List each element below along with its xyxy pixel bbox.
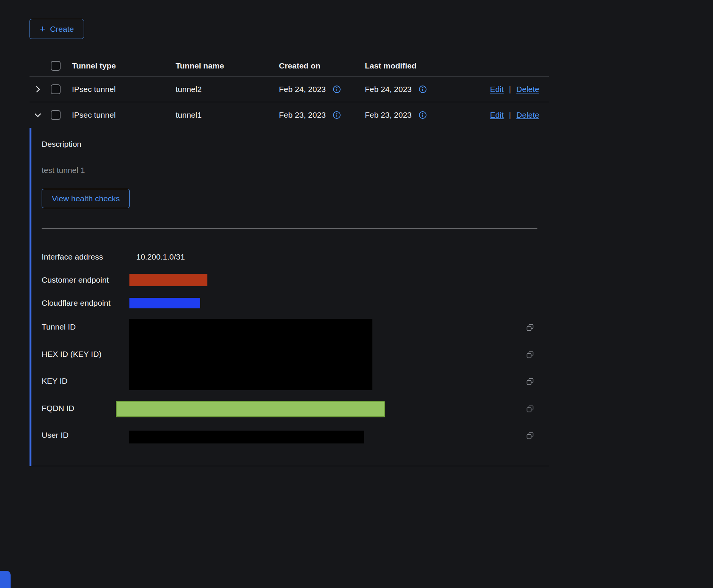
info-icon[interactable] bbox=[419, 111, 427, 119]
fqdn-id-redacted-value bbox=[116, 401, 385, 417]
column-header-created-on: Created on bbox=[279, 61, 321, 70]
customer-endpoint-redacted-value bbox=[129, 274, 207, 286]
section-divider bbox=[42, 229, 537, 229]
copy-icon bbox=[526, 405, 534, 413]
user-id-label: User ID bbox=[42, 430, 68, 440]
tunnel-name-value: tunnel1 bbox=[176, 110, 202, 120]
select-all-checkbox[interactable] bbox=[51, 61, 61, 71]
row-checkbox[interactable] bbox=[51, 84, 61, 94]
plus-icon: + bbox=[40, 24, 45, 34]
ids-redacted-values bbox=[129, 319, 372, 390]
tunnels-page: + Create Tunnel type Tunnel name Created… bbox=[0, 0, 713, 588]
tunnel-id-label: Tunnel ID bbox=[42, 322, 76, 332]
last-modified-value: Feb 23, 2023 bbox=[365, 110, 412, 120]
row-checkbox[interactable] bbox=[51, 110, 61, 120]
created-on-value: Feb 24, 2023 bbox=[279, 85, 326, 94]
chevron-right-icon bbox=[33, 85, 42, 94]
edit-link[interactable]: Edit bbox=[490, 110, 504, 120]
copy-button-tunnel-id[interactable] bbox=[526, 324, 534, 332]
info-icon[interactable] bbox=[333, 111, 341, 119]
cloudflare-endpoint-label: Cloudflare endpoint bbox=[42, 298, 111, 308]
copy-icon bbox=[526, 378, 534, 386]
interface-address-label: Interface address bbox=[42, 252, 103, 262]
chevron-down-icon bbox=[33, 110, 42, 120]
copy-button-hex-id[interactable] bbox=[526, 351, 534, 359]
column-header-tunnel-type: Tunnel type bbox=[72, 61, 116, 70]
delete-link[interactable]: Delete bbox=[516, 85, 539, 94]
created-on-value: Feb 23, 2023 bbox=[279, 110, 326, 120]
tunnel-name-value: tunnel2 bbox=[176, 85, 202, 94]
actions-separator: | bbox=[509, 85, 511, 94]
description-value: test tunnel 1 bbox=[42, 166, 85, 175]
expand-row-button[interactable] bbox=[32, 83, 44, 95]
copy-button-key-id[interactable] bbox=[526, 378, 534, 386]
copy-button-fqdn-id[interactable] bbox=[526, 405, 534, 413]
hex-id-label: HEX ID (KEY ID) bbox=[42, 349, 101, 359]
last-modified-value: Feb 24, 2023 bbox=[365, 85, 412, 94]
delete-link[interactable]: Delete bbox=[516, 110, 539, 120]
create-button[interactable]: + Create bbox=[30, 19, 84, 39]
copy-icon bbox=[526, 324, 534, 332]
table-row-tunnel1: IPsec tunnel tunnel1 Feb 23, 2023 Feb 23… bbox=[30, 102, 549, 128]
description-label: Description bbox=[42, 140, 81, 149]
tunnels-table: Tunnel type Tunnel name Created on Last … bbox=[30, 55, 549, 466]
bottom-left-accent bbox=[0, 571, 11, 588]
user-id-redacted-value bbox=[129, 431, 364, 443]
interface-address-value: 10.200.1.0/31 bbox=[136, 252, 185, 262]
info-icon[interactable] bbox=[419, 85, 427, 93]
column-header-tunnel-name: Tunnel name bbox=[176, 61, 224, 70]
cloudflare-endpoint-redacted-value bbox=[129, 298, 200, 308]
table-row-tunnel2: IPsec tunnel tunnel2 Feb 24, 2023 Feb 24… bbox=[30, 77, 549, 102]
info-icon[interactable] bbox=[333, 85, 341, 93]
collapse-row-button[interactable] bbox=[32, 109, 44, 121]
tunnel-type-value: IPsec tunnel bbox=[72, 85, 116, 94]
copy-icon bbox=[526, 432, 534, 440]
actions-separator: | bbox=[509, 110, 511, 120]
column-header-last-modified: Last modified bbox=[365, 61, 417, 70]
customer-endpoint-label: Customer endpoint bbox=[42, 275, 109, 285]
create-button-label: Create bbox=[50, 25, 74, 34]
key-id-label: KEY ID bbox=[42, 376, 67, 386]
expanded-row-detail: Description test tunnel 1 View health ch… bbox=[30, 128, 549, 466]
tunnel-type-value: IPsec tunnel bbox=[72, 110, 116, 120]
fqdn-id-label: FQDN ID bbox=[42, 403, 74, 414]
view-health-checks-button[interactable]: View health checks bbox=[42, 189, 130, 208]
copy-button-user-id[interactable] bbox=[526, 432, 534, 440]
copy-icon bbox=[526, 351, 534, 359]
table-header: Tunnel type Tunnel name Created on Last … bbox=[30, 55, 549, 77]
edit-link[interactable]: Edit bbox=[490, 85, 504, 94]
